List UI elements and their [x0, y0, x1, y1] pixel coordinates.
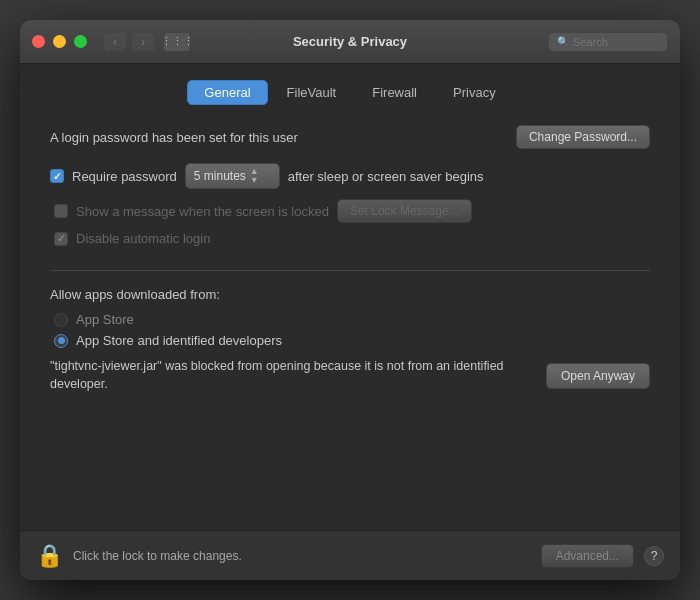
window-title: Security & Privacy — [293, 34, 407, 49]
allow-apps-section: Allow apps downloaded from: App Store Ap… — [50, 287, 650, 393]
advanced-button[interactable]: Advanced... — [541, 544, 634, 568]
set-lock-message-button: Set Lock Message... — [337, 199, 472, 223]
after-sleep-text: after sleep or screen saver begins — [288, 169, 484, 184]
section-divider — [50, 270, 650, 271]
general-panel: A login password has been set for this u… — [40, 125, 660, 530]
require-password-row: Require password 5 minutes ▲ ▼ after sle… — [50, 163, 650, 189]
lock-text: Click the lock to make changes. — [73, 549, 531, 563]
bottom-bar: 🔒 Click the lock to make changes. Advanc… — [20, 530, 680, 580]
tab-general[interactable]: General — [187, 80, 267, 105]
grid-icon: ⋮⋮⋮ — [161, 35, 194, 48]
app-store-radio[interactable] — [54, 313, 68, 327]
blocked-app-row: "tightvnc-jviewer.jar" was blocked from … — [50, 358, 650, 393]
disable-autologin-checkbox[interactable] — [54, 232, 68, 246]
password-row: A login password has been set for this u… — [50, 125, 650, 149]
blocked-message: "tightvnc-jviewer.jar" was blocked from … — [50, 358, 534, 393]
help-button[interactable]: ? — [644, 546, 664, 566]
require-password-checkbox[interactable] — [50, 169, 64, 183]
show-message-row: Show a message when the screen is locked… — [54, 199, 650, 223]
allow-apps-label: Allow apps downloaded from: — [50, 287, 650, 302]
open-anyway-button[interactable]: Open Anyway — [546, 363, 650, 389]
traffic-lights — [32, 35, 87, 48]
back-icon: ‹ — [113, 35, 117, 49]
lock-icon[interactable]: 🔒 — [36, 543, 63, 569]
tab-filevault[interactable]: FileVault — [270, 80, 354, 105]
app-store-identified-label: App Store and identified developers — [76, 333, 282, 348]
app-store-identified-option-row: App Store and identified developers — [54, 333, 650, 348]
titlebar: ‹ › ⋮⋮⋮ Security & Privacy 🔍 — [20, 20, 680, 64]
change-password-button[interactable]: Change Password... — [516, 125, 650, 149]
maximize-button[interactable] — [74, 35, 87, 48]
app-store-label: App Store — [76, 312, 134, 327]
show-message-label: Show a message when the screen is locked — [76, 204, 329, 219]
disable-autologin-row: Disable automatic login — [54, 231, 650, 246]
tab-privacy[interactable]: Privacy — [436, 80, 513, 105]
dropdown-value: 5 minutes — [194, 169, 246, 183]
search-icon: 🔍 — [557, 36, 569, 47]
grid-button[interactable]: ⋮⋮⋮ — [163, 32, 191, 52]
forward-icon: › — [141, 35, 145, 49]
tab-firewall[interactable]: Firewall — [355, 80, 434, 105]
password-timeout-dropdown[interactable]: 5 minutes ▲ ▼ — [185, 163, 280, 189]
security-privacy-window: ‹ › ⋮⋮⋮ Security & Privacy 🔍 General Fil… — [20, 20, 680, 580]
search-box[interactable]: 🔍 — [548, 32, 668, 52]
dropdown-arrows-icon: ▲ ▼ — [250, 167, 259, 185]
require-password-label: Require password — [72, 169, 177, 184]
close-button[interactable] — [32, 35, 45, 48]
back-button[interactable]: ‹ — [103, 32, 127, 52]
minimize-button[interactable] — [53, 35, 66, 48]
disable-autologin-label: Disable automatic login — [76, 231, 210, 246]
tabs: General FileVault Firewall Privacy — [40, 80, 660, 105]
app-store-identified-radio[interactable] — [54, 334, 68, 348]
search-input[interactable] — [573, 36, 663, 48]
nav-buttons: ‹ › — [103, 32, 155, 52]
content-area: General FileVault Firewall Privacy A log… — [20, 64, 680, 530]
forward-button[interactable]: › — [131, 32, 155, 52]
app-store-option-row: App Store — [54, 312, 650, 327]
password-label: A login password has been set for this u… — [50, 130, 298, 145]
show-message-checkbox[interactable] — [54, 204, 68, 218]
